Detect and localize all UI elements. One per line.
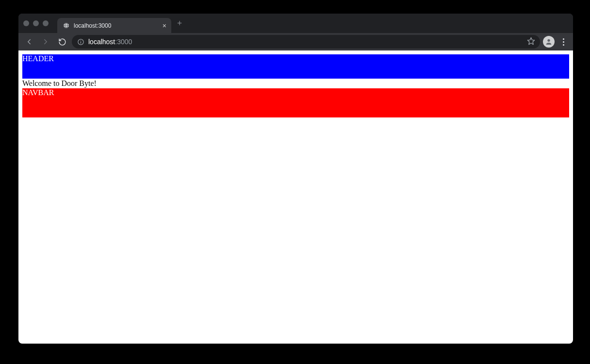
window-controls xyxy=(23,20,49,26)
page-header: HEADER xyxy=(22,54,569,79)
url-text: localhost:3000 xyxy=(88,38,132,46)
globe-icon xyxy=(62,22,70,30)
url-port: :3000 xyxy=(115,38,132,46)
forward-button[interactable] xyxy=(39,35,52,49)
page-viewport: HEADER Welcome to Door Byte! NAVBAR xyxy=(18,50,573,344)
window-minimize-button[interactable] xyxy=(33,20,39,26)
new-tab-button[interactable]: + xyxy=(175,19,184,28)
page-navbar: NAVBAR xyxy=(22,88,569,117)
back-button[interactable] xyxy=(22,35,36,49)
profile-avatar[interactable] xyxy=(543,36,555,48)
window-close-button[interactable] xyxy=(23,20,29,26)
svg-point-6 xyxy=(547,39,550,42)
svg-marker-5 xyxy=(527,37,534,44)
tab-strip: localhost:3000 × + xyxy=(18,14,573,33)
welcome-heading: Welcome to Door Byte! xyxy=(22,79,569,88)
url-host: localhost xyxy=(88,38,115,46)
site-info-icon[interactable] xyxy=(77,38,84,46)
reload-button[interactable] xyxy=(55,35,69,49)
svg-point-4 xyxy=(80,40,81,40)
close-icon[interactable]: × xyxy=(163,22,166,29)
address-bar[interactable]: localhost:3000 xyxy=(72,35,540,49)
chrome-menu-button[interactable] xyxy=(557,38,569,46)
browser-toolbar: localhost:3000 xyxy=(18,33,573,50)
tab-title: localhost:3000 xyxy=(74,22,159,29)
bookmark-star-icon[interactable] xyxy=(527,37,535,47)
browser-tab[interactable]: localhost:3000 × xyxy=(57,18,171,33)
browser-window: localhost:3000 × + xyxy=(18,14,573,344)
window-maximize-button[interactable] xyxy=(43,20,49,26)
